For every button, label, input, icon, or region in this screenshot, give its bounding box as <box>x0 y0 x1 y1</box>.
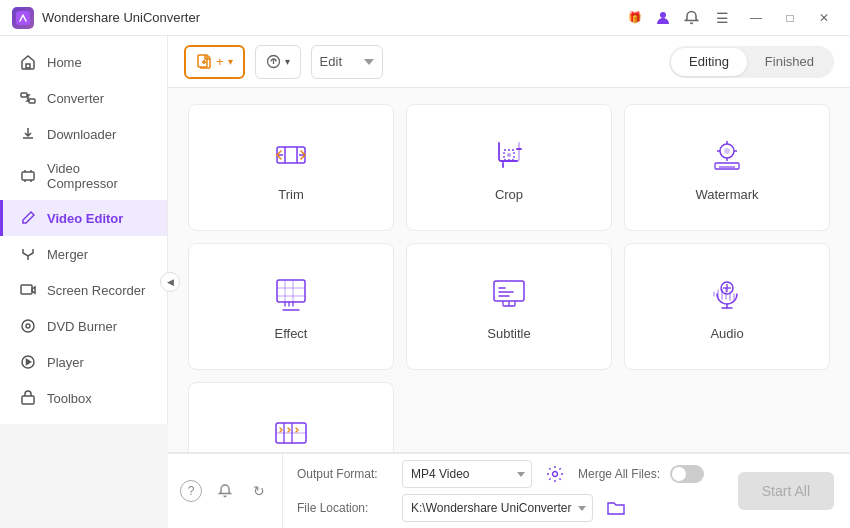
svg-rect-24 <box>715 163 739 169</box>
svg-rect-31 <box>494 281 524 301</box>
sidebar-label-home: Home <box>47 55 82 70</box>
tab-editing[interactable]: Editing <box>671 48 747 76</box>
user-icon[interactable] <box>652 7 674 29</box>
sidebar-label-screen-recorder: Screen Recorder <box>47 283 145 298</box>
subtitle-label: Subtitle <box>487 326 530 341</box>
sidebar-label-merger: Merger <box>47 247 88 262</box>
sidebar: Home Converter Downloader Video Compress… <box>0 36 168 424</box>
trim-label: Trim <box>278 187 304 202</box>
feature-card-subtitle[interactable]: Subtitle <box>406 243 612 370</box>
svg-rect-10 <box>22 396 34 404</box>
crop-label: Crop <box>495 187 523 202</box>
svg-rect-26 <box>277 280 305 302</box>
audio-label: Audio <box>710 326 743 341</box>
edit-select[interactable]: Edit Color Audio Speed <box>311 45 383 79</box>
edit-icon <box>19 209 37 227</box>
refresh-icon[interactable]: ↻ <box>248 480 270 502</box>
sidebar-label-compressor: Video Compressor <box>47 161 151 191</box>
feature-card-watermark[interactable]: Watermark <box>624 104 830 231</box>
title-bar-right: 🎁 ☰ — □ ✕ <box>624 4 838 32</box>
sidebar-item-dvd-burner[interactable]: DVD Burner <box>0 308 167 344</box>
merge-toggle-knob <box>672 467 686 481</box>
feature-card-effect[interactable]: Effect <box>188 243 394 370</box>
trim-icon <box>269 133 313 177</box>
audio-icon <box>705 272 749 316</box>
merge-icon <box>19 245 37 263</box>
sidebar-item-converter[interactable]: Converter <box>0 80 167 116</box>
title-bar: Wondershare UniConverter 🎁 ☰ — □ ✕ <box>0 0 850 36</box>
toolbar: + ▾ ▾ Edit Color Audio Speed Editing Fin… <box>168 36 850 88</box>
sidebar-label-video-editor: Video Editor <box>47 211 123 226</box>
sidebar-label-downloader: Downloader <box>47 127 116 142</box>
tab-finished[interactable]: Finished <box>747 48 832 76</box>
sidebar-item-screen-recorder[interactable]: Screen Recorder <box>0 272 167 308</box>
sidebar-item-player[interactable]: Player <box>0 344 167 380</box>
sidebar-item-downloader[interactable]: Downloader <box>0 116 167 152</box>
add-file-chevron: ▾ <box>228 56 233 67</box>
effect-button[interactable]: ▾ <box>255 45 301 79</box>
effect-label: Effect <box>274 326 307 341</box>
sidebar-item-home[interactable]: Home <box>0 44 167 80</box>
sidebar-item-video-editor[interactable]: Video Editor <box>0 200 167 236</box>
effect-feature-icon <box>269 272 313 316</box>
add-file-label: + <box>216 54 224 69</box>
svg-point-1 <box>660 12 666 18</box>
close-button[interactable]: ✕ <box>810 4 838 32</box>
add-file-button[interactable]: + ▾ <box>184 45 245 79</box>
feature-card-audio[interactable]: Audio <box>624 243 830 370</box>
sidebar-item-merger[interactable]: Merger <box>0 236 167 272</box>
sidebar-item-toolbox[interactable]: Toolbox <box>0 380 167 416</box>
feature-grid: Trim Crop <box>188 104 830 452</box>
feature-card-trim[interactable]: Trim <box>188 104 394 231</box>
svg-rect-6 <box>21 285 32 294</box>
gift-icon[interactable]: 🎁 <box>624 7 646 29</box>
svg-point-19 <box>724 148 730 154</box>
feature-card-speed[interactable]: Speed <box>188 382 394 452</box>
title-bar-left: Wondershare UniConverter <box>12 7 200 29</box>
help-icon[interactable]: ? <box>180 480 202 502</box>
main-layout: Home Converter Downloader Video Compress… <box>0 36 850 528</box>
converter-icon <box>19 89 37 107</box>
menu-icon[interactable]: ☰ <box>708 4 736 32</box>
watermark-icon <box>705 133 749 177</box>
merge-toggle[interactable] <box>670 465 704 483</box>
sidebar-wrapper: Home Converter Downloader Video Compress… <box>0 36 168 528</box>
subtitle-icon <box>487 272 531 316</box>
sidebar-label-dvd-burner: DVD Burner <box>47 319 117 334</box>
sidebar-label-player: Player <box>47 355 84 370</box>
toolbox-icon <box>19 389 37 407</box>
svg-point-8 <box>26 324 30 328</box>
notification-icon[interactable] <box>214 480 236 502</box>
merge-files-label: Merge All Files: <box>578 467 660 481</box>
bottom-bar: ? ↻ Output Format: MP4 Video <box>168 452 850 528</box>
sidebar-collapse-button[interactable]: ◀ <box>160 272 180 292</box>
downloader-icon <box>19 125 37 143</box>
effect-chevron: ▾ <box>285 56 290 67</box>
svg-rect-5 <box>22 172 34 180</box>
maximize-button[interactable]: □ <box>776 4 804 32</box>
app-title: Wondershare UniConverter <box>42 10 200 25</box>
svg-point-36 <box>553 472 558 477</box>
svg-rect-2 <box>26 64 30 68</box>
file-location-label: File Location: <box>297 501 392 515</box>
folder-icon[interactable] <box>603 495 629 521</box>
output-format-select[interactable]: MP4 Video <box>402 460 532 488</box>
start-all-button[interactable]: Start All <box>738 472 834 510</box>
format-settings-icon[interactable] <box>542 461 568 487</box>
tab-group: Editing Finished <box>669 46 834 78</box>
bell-icon[interactable] <box>680 7 702 29</box>
content-area: + ▾ ▾ Edit Color Audio Speed Editing Fin… <box>168 36 850 528</box>
sidebar-item-video-compressor[interactable]: Video Compressor <box>0 152 167 200</box>
record-icon <box>19 281 37 299</box>
feature-grid-area: Trim Crop <box>168 88 850 452</box>
compress-icon <box>19 167 37 185</box>
svg-rect-3 <box>21 93 27 97</box>
crop-icon <box>487 133 531 177</box>
feature-card-crop[interactable]: Crop <box>406 104 612 231</box>
speed-icon <box>269 411 313 452</box>
home-icon <box>19 53 37 71</box>
svg-rect-4 <box>29 99 35 103</box>
minimize-button[interactable]: — <box>742 4 770 32</box>
file-location-select[interactable]: K:\Wondershare UniConverter <box>402 494 593 522</box>
svg-point-17 <box>507 153 511 157</box>
